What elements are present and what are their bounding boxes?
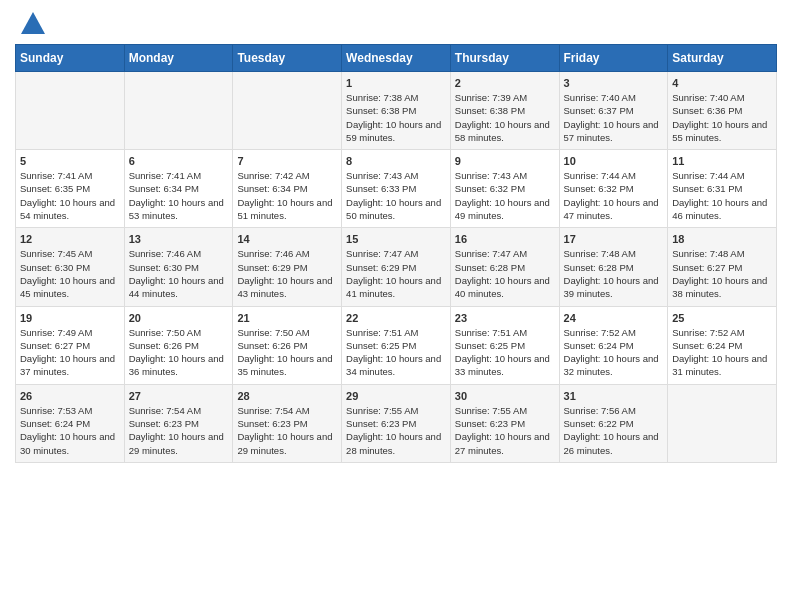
calendar-cell: 23Sunrise: 7:51 AM Sunset: 6:25 PM Dayli… [450, 306, 559, 384]
day-number: 9 [455, 155, 555, 167]
header-tuesday: Tuesday [233, 45, 342, 72]
day-info: Sunrise: 7:48 AM Sunset: 6:27 PM Dayligh… [672, 247, 772, 300]
day-number: 1 [346, 77, 446, 89]
calendar-cell: 6Sunrise: 7:41 AM Sunset: 6:34 PM Daylig… [124, 150, 233, 228]
calendar-cell: 14Sunrise: 7:46 AM Sunset: 6:29 PM Dayli… [233, 228, 342, 306]
calendar-cell: 7Sunrise: 7:42 AM Sunset: 6:34 PM Daylig… [233, 150, 342, 228]
day-number: 15 [346, 233, 446, 245]
day-info: Sunrise: 7:50 AM Sunset: 6:26 PM Dayligh… [237, 326, 337, 379]
day-info: Sunrise: 7:55 AM Sunset: 6:23 PM Dayligh… [455, 404, 555, 457]
calendar-cell: 21Sunrise: 7:50 AM Sunset: 6:26 PM Dayli… [233, 306, 342, 384]
day-info: Sunrise: 7:50 AM Sunset: 6:26 PM Dayligh… [129, 326, 229, 379]
day-number: 13 [129, 233, 229, 245]
day-number: 19 [20, 312, 120, 324]
calendar-cell: 25Sunrise: 7:52 AM Sunset: 6:24 PM Dayli… [668, 306, 777, 384]
calendar-cell: 15Sunrise: 7:47 AM Sunset: 6:29 PM Dayli… [342, 228, 451, 306]
day-number: 17 [564, 233, 664, 245]
day-number: 24 [564, 312, 664, 324]
day-number: 27 [129, 390, 229, 402]
day-number: 26 [20, 390, 120, 402]
calendar-cell: 30Sunrise: 7:55 AM Sunset: 6:23 PM Dayli… [450, 384, 559, 462]
day-info: Sunrise: 7:44 AM Sunset: 6:31 PM Dayligh… [672, 169, 772, 222]
header-sunday: Sunday [16, 45, 125, 72]
calendar-week-row: 19Sunrise: 7:49 AM Sunset: 6:27 PM Dayli… [16, 306, 777, 384]
calendar-cell: 8Sunrise: 7:43 AM Sunset: 6:33 PM Daylig… [342, 150, 451, 228]
header-saturday: Saturday [668, 45, 777, 72]
day-number: 14 [237, 233, 337, 245]
day-number: 7 [237, 155, 337, 167]
day-info: Sunrise: 7:40 AM Sunset: 6:37 PM Dayligh… [564, 91, 664, 144]
calendar-cell: 24Sunrise: 7:52 AM Sunset: 6:24 PM Dayli… [559, 306, 668, 384]
day-info: Sunrise: 7:44 AM Sunset: 6:32 PM Dayligh… [564, 169, 664, 222]
header-friday: Friday [559, 45, 668, 72]
day-info: Sunrise: 7:53 AM Sunset: 6:24 PM Dayligh… [20, 404, 120, 457]
calendar-cell: 18Sunrise: 7:48 AM Sunset: 6:27 PM Dayli… [668, 228, 777, 306]
logo [15, 10, 47, 38]
day-info: Sunrise: 7:46 AM Sunset: 6:30 PM Dayligh… [129, 247, 229, 300]
day-info: Sunrise: 7:41 AM Sunset: 6:34 PM Dayligh… [129, 169, 229, 222]
day-info: Sunrise: 7:55 AM Sunset: 6:23 PM Dayligh… [346, 404, 446, 457]
day-number: 20 [129, 312, 229, 324]
calendar-week-row: 5Sunrise: 7:41 AM Sunset: 6:35 PM Daylig… [16, 150, 777, 228]
calendar-cell: 28Sunrise: 7:54 AM Sunset: 6:23 PM Dayli… [233, 384, 342, 462]
calendar-cell: 5Sunrise: 7:41 AM Sunset: 6:35 PM Daylig… [16, 150, 125, 228]
day-info: Sunrise: 7:46 AM Sunset: 6:29 PM Dayligh… [237, 247, 337, 300]
calendar-cell: 2Sunrise: 7:39 AM Sunset: 6:38 PM Daylig… [450, 72, 559, 150]
calendar-cell: 17Sunrise: 7:48 AM Sunset: 6:28 PM Dayli… [559, 228, 668, 306]
day-info: Sunrise: 7:45 AM Sunset: 6:30 PM Dayligh… [20, 247, 120, 300]
day-number: 3 [564, 77, 664, 89]
day-number: 5 [20, 155, 120, 167]
day-number: 28 [237, 390, 337, 402]
day-info: Sunrise: 7:47 AM Sunset: 6:28 PM Dayligh… [455, 247, 555, 300]
calendar-cell: 19Sunrise: 7:49 AM Sunset: 6:27 PM Dayli… [16, 306, 125, 384]
day-number: 16 [455, 233, 555, 245]
calendar-cell: 31Sunrise: 7:56 AM Sunset: 6:22 PM Dayli… [559, 384, 668, 462]
calendar-cell: 12Sunrise: 7:45 AM Sunset: 6:30 PM Dayli… [16, 228, 125, 306]
day-number: 10 [564, 155, 664, 167]
day-info: Sunrise: 7:49 AM Sunset: 6:27 PM Dayligh… [20, 326, 120, 379]
calendar-cell: 16Sunrise: 7:47 AM Sunset: 6:28 PM Dayli… [450, 228, 559, 306]
day-info: Sunrise: 7:39 AM Sunset: 6:38 PM Dayligh… [455, 91, 555, 144]
day-number: 8 [346, 155, 446, 167]
header-thursday: Thursday [450, 45, 559, 72]
day-info: Sunrise: 7:52 AM Sunset: 6:24 PM Dayligh… [564, 326, 664, 379]
day-info: Sunrise: 7:48 AM Sunset: 6:28 PM Dayligh… [564, 247, 664, 300]
calendar-cell: 27Sunrise: 7:54 AM Sunset: 6:23 PM Dayli… [124, 384, 233, 462]
header-wednesday: Wednesday [342, 45, 451, 72]
day-info: Sunrise: 7:41 AM Sunset: 6:35 PM Dayligh… [20, 169, 120, 222]
calendar-cell: 22Sunrise: 7:51 AM Sunset: 6:25 PM Dayli… [342, 306, 451, 384]
day-number: 12 [20, 233, 120, 245]
day-number: 29 [346, 390, 446, 402]
calendar-cell [124, 72, 233, 150]
day-number: 21 [237, 312, 337, 324]
day-info: Sunrise: 7:54 AM Sunset: 6:23 PM Dayligh… [237, 404, 337, 457]
day-info: Sunrise: 7:38 AM Sunset: 6:38 PM Dayligh… [346, 91, 446, 144]
day-number: 31 [564, 390, 664, 402]
day-info: Sunrise: 7:51 AM Sunset: 6:25 PM Dayligh… [455, 326, 555, 379]
day-info: Sunrise: 7:56 AM Sunset: 6:22 PM Dayligh… [564, 404, 664, 457]
calendar-week-row: 26Sunrise: 7:53 AM Sunset: 6:24 PM Dayli… [16, 384, 777, 462]
day-info: Sunrise: 7:47 AM Sunset: 6:29 PM Dayligh… [346, 247, 446, 300]
day-number: 6 [129, 155, 229, 167]
calendar-cell: 4Sunrise: 7:40 AM Sunset: 6:36 PM Daylig… [668, 72, 777, 150]
calendar-header-row: SundayMondayTuesdayWednesdayThursdayFrid… [16, 45, 777, 72]
header-monday: Monday [124, 45, 233, 72]
calendar-cell: 1Sunrise: 7:38 AM Sunset: 6:38 PM Daylig… [342, 72, 451, 150]
calendar-cell: 9Sunrise: 7:43 AM Sunset: 6:32 PM Daylig… [450, 150, 559, 228]
calendar-week-row: 1Sunrise: 7:38 AM Sunset: 6:38 PM Daylig… [16, 72, 777, 150]
day-number: 18 [672, 233, 772, 245]
calendar-cell: 20Sunrise: 7:50 AM Sunset: 6:26 PM Dayli… [124, 306, 233, 384]
day-info: Sunrise: 7:54 AM Sunset: 6:23 PM Dayligh… [129, 404, 229, 457]
calendar-table: SundayMondayTuesdayWednesdayThursdayFrid… [15, 44, 777, 463]
day-info: Sunrise: 7:42 AM Sunset: 6:34 PM Dayligh… [237, 169, 337, 222]
page-header [15, 10, 777, 38]
day-number: 2 [455, 77, 555, 89]
day-number: 30 [455, 390, 555, 402]
day-info: Sunrise: 7:43 AM Sunset: 6:32 PM Dayligh… [455, 169, 555, 222]
day-info: Sunrise: 7:40 AM Sunset: 6:36 PM Dayligh… [672, 91, 772, 144]
calendar-cell [668, 384, 777, 462]
calendar-cell: 26Sunrise: 7:53 AM Sunset: 6:24 PM Dayli… [16, 384, 125, 462]
day-info: Sunrise: 7:51 AM Sunset: 6:25 PM Dayligh… [346, 326, 446, 379]
svg-marker-0 [21, 12, 45, 34]
day-number: 25 [672, 312, 772, 324]
